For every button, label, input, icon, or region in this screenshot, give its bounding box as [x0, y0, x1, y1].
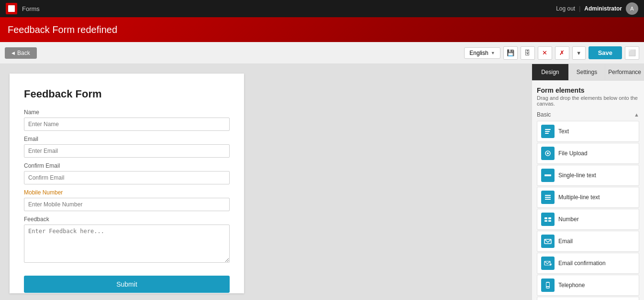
label-name: Name	[24, 109, 230, 116]
svg-rect-0	[545, 129, 551, 130]
svg-rect-8	[545, 199, 551, 200]
field-feedback: Feedback	[24, 216, 230, 264]
element-email-confirmation[interactable]: Email confirmation	[537, 253, 639, 274]
topbar: Forms Log out | Administrator A	[0, 0, 644, 17]
save-button[interactable]: Save	[588, 46, 622, 59]
preview-button[interactable]: ⬜	[625, 46, 639, 60]
label-email: Email	[24, 136, 230, 142]
field-name: Name	[24, 109, 230, 131]
input-mobile[interactable]	[24, 198, 230, 211]
svg-rect-7	[545, 197, 551, 198]
element-telephone[interactable]: Telephone	[537, 275, 639, 296]
element-multi-line-label: Multiple-line text	[558, 194, 600, 201]
logo-inner	[8, 5, 15, 12]
delete-icon-button[interactable]: ✕	[538, 46, 552, 60]
element-file-upload[interactable]: File Upload	[537, 143, 639, 164]
element-multi-line[interactable]: Multiple-line text	[537, 187, 639, 208]
svg-rect-11	[544, 220, 547, 222]
svg-rect-12	[548, 220, 551, 222]
field-email: Email	[24, 136, 230, 158]
avatar: A	[626, 2, 638, 15]
field-mobile: Mobile Number	[24, 189, 230, 211]
input-email[interactable]	[24, 144, 230, 158]
element-email[interactable]: Email	[537, 231, 639, 252]
element-single-line[interactable]: Single-line text	[537, 165, 639, 186]
toolbar: Back English 💾 🗄 ✕ ✗ ▼ Save ⬜	[0, 42, 644, 64]
tab-settings[interactable]: Settings	[569, 64, 606, 80]
element-text-label: Text	[558, 128, 569, 135]
input-confirm-email[interactable]	[24, 171, 230, 184]
page-title: Feedback Form redefined	[8, 24, 117, 35]
panel-body: Form elements Drag and drop the elements…	[532, 81, 644, 300]
svg-point-4	[547, 152, 549, 154]
element-email-confirm-label: Email confirmation	[558, 260, 606, 267]
label-mobile: Mobile Number	[24, 189, 230, 196]
panel-section-desc: Drag and drop the elements below onto th…	[537, 95, 639, 107]
language-selector[interactable]: English	[464, 47, 500, 59]
canvas-area: Feedback Form Name Email Confirm Email M…	[0, 64, 532, 300]
topbar-left: Forms	[6, 3, 40, 14]
text-icon	[541, 125, 555, 138]
element-text[interactable]: Text	[537, 121, 639, 142]
main-content: Feedback Form Name Email Confirm Email M…	[0, 64, 644, 300]
field-confirm-email: Confirm Email	[24, 162, 230, 184]
submit-button[interactable]: Submit	[24, 276, 230, 293]
number-icon	[541, 213, 555, 226]
multi-line-icon	[541, 191, 555, 204]
element-number-label: Number	[558, 216, 579, 223]
label-confirm-email: Confirm Email	[24, 162, 230, 169]
group-collapse-icon[interactable]: ▲	[634, 112, 639, 118]
form-title: Feedback Form	[24, 88, 230, 100]
form-card: Feedback Form Name Email Confirm Email M…	[10, 74, 244, 293]
headerbar: Feedback Form redefined	[0, 17, 644, 42]
svg-rect-2	[545, 133, 549, 134]
right-panel: Design Settings Performance Form element…	[532, 64, 644, 300]
svg-rect-5	[544, 174, 551, 176]
input-name[interactable]	[24, 118, 230, 131]
element-checkbox[interactable]: Checkbox	[537, 297, 639, 300]
telephone-icon	[541, 279, 555, 292]
panel-group-label: Basic ▲	[537, 111, 639, 118]
topbar-right: Log out | Administrator A	[556, 2, 638, 15]
element-single-line-label: Single-line text	[558, 172, 596, 179]
svg-rect-16	[546, 287, 549, 288]
svg-rect-17	[546, 283, 549, 286]
save-as-icon-button[interactable]: 🗄	[521, 46, 535, 60]
actions-dropdown[interactable]: ▼	[572, 46, 586, 60]
svg-rect-9	[544, 217, 547, 219]
svg-rect-1	[545, 131, 550, 132]
logout-link[interactable]: Log out	[556, 5, 575, 12]
input-feedback[interactable]	[24, 225, 230, 263]
element-telephone-label: Telephone	[558, 282, 585, 289]
app-logo	[6, 3, 17, 14]
file-upload-icon	[541, 147, 555, 160]
save-icon-button[interactable]: 💾	[503, 46, 518, 60]
element-email-label: Email	[558, 238, 573, 245]
topbar-separator: |	[579, 5, 580, 12]
app-title: Forms	[22, 5, 40, 12]
email-icon	[541, 235, 555, 248]
tab-design[interactable]: Design	[532, 64, 569, 80]
label-feedback: Feedback	[24, 216, 230, 223]
close-icon-button[interactable]: ✗	[555, 46, 569, 60]
panel-section-title: Form elements	[537, 86, 639, 94]
single-line-icon	[541, 169, 555, 182]
element-number[interactable]: Number	[537, 209, 639, 230]
element-file-upload-label: File Upload	[558, 150, 588, 157]
panel-tabs: Design Settings Performance	[532, 64, 644, 81]
tab-performance[interactable]: Performance	[605, 64, 644, 80]
svg-rect-10	[548, 217, 551, 219]
email-confirmation-icon	[541, 257, 555, 270]
back-button[interactable]: Back	[5, 47, 37, 59]
svg-rect-6	[545, 195, 551, 196]
user-name: Administrator	[584, 5, 622, 12]
